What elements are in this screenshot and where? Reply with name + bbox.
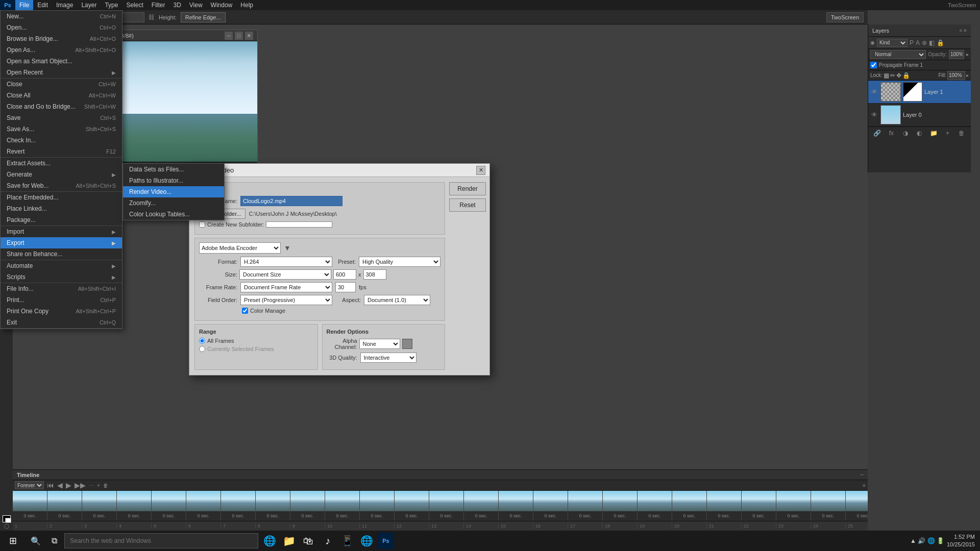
layer-item-0[interactable]: 👁 Layer 0	[868, 104, 971, 127]
link-layers-button[interactable]: 🔗	[872, 128, 883, 138]
menu-type[interactable]: Type	[101, 0, 122, 10]
taskbar-chrome-icon[interactable]: 🌐	[358, 533, 375, 549]
format-select[interactable]: H.264	[240, 257, 332, 267]
frame-rate-select[interactable]: Document Frame Rate	[240, 282, 332, 292]
taskbar-store-icon[interactable]: 🛍	[300, 533, 316, 549]
menu-save-as[interactable]: Save As... Shift+Ctrl+S	[1, 123, 122, 135]
selected-frames-radio[interactable]	[199, 346, 205, 352]
menu-place-embedded[interactable]: Place Embedded...	[1, 192, 122, 203]
menu-exit[interactable]: Exit Ctrl+Q	[1, 317, 122, 328]
taskbar-ie-icon[interactable]: 🌐	[261, 533, 278, 549]
menu-image[interactable]: Image	[52, 0, 77, 10]
layer-item-1[interactable]: 👁 Layer 1	[868, 81, 971, 104]
workspace-button[interactable]: TwoScreen	[826, 12, 864, 22]
menu-open-as[interactable]: Open As... Alt+Shift+Ctrl+O	[1, 44, 122, 56]
timeline-frame-3[interactable]: 0 sec.	[82, 491, 117, 520]
menu-open-recent[interactable]: Open Recent ▶	[1, 67, 122, 78]
timeline-frame-8[interactable]: 0 sec.	[256, 491, 290, 520]
menu-close[interactable]: Close Ctrl+W	[1, 79, 122, 90]
menu-layer[interactable]: Layer	[77, 0, 101, 10]
color-manage-checkbox[interactable]	[242, 308, 248, 314]
foreground-color[interactable]	[3, 515, 11, 522]
timeline-frame-18[interactable]: 0 sec.	[603, 491, 638, 520]
timeline-frame-15[interactable]: 0 sec.	[499, 491, 533, 520]
opacity-input[interactable]	[949, 50, 964, 59]
group-button[interactable]: 📁	[928, 128, 939, 138]
alpha-channel-select[interactable]: None	[359, 339, 400, 349]
adjustment-button[interactable]: ◐	[914, 128, 924, 138]
timeline-frame-13[interactable]: 0 sec.	[429, 491, 464, 520]
menu-window[interactable]: Window	[207, 0, 237, 10]
layer-visibility-0[interactable]: 👁	[870, 111, 878, 119]
menu-open[interactable]: Open... Ctrl+O	[1, 22, 122, 33]
menu-close-bridge[interactable]: Close and Go to Bridge... Shift+Ctrl+W	[1, 101, 122, 112]
fps-input[interactable]	[335, 282, 356, 292]
width-value-input[interactable]	[333, 269, 356, 280]
background-color[interactable]	[5, 518, 11, 523]
frame-first-button[interactable]: ⏮	[47, 481, 54, 489]
create-subfolder-checkbox[interactable]	[199, 221, 205, 228]
all-frames-radio[interactable]	[199, 338, 205, 344]
height-value-input[interactable]	[363, 269, 386, 280]
layer-mask-button[interactable]: ◑	[900, 128, 911, 138]
encoder-select[interactable]: Adobe Media Encoder	[199, 242, 281, 254]
timeline-frame-16[interactable]: 0 sec.	[533, 491, 568, 520]
taskbar-explorer-icon[interactable]: 📁	[281, 533, 297, 549]
menu-extract-assets[interactable]: Extract Assets...	[1, 158, 122, 169]
filter-effect-icon[interactable]: ⊕	[922, 39, 927, 46]
render-button[interactable]: Render	[449, 182, 486, 195]
render-video-dialog[interactable]: Render Video ✕ Location Name: Select Fol…	[189, 163, 490, 375]
timeline-frame-25[interactable]: 0 sec.	[846, 491, 868, 520]
menu-close-all[interactable]: Close All Alt+Ctrl+W	[1, 90, 122, 101]
new-frame-button[interactable]: +	[97, 483, 100, 488]
taskbar-search-icon[interactable]: 🔍	[28, 533, 44, 549]
timeline-collapse-button[interactable]: ─	[860, 472, 864, 478]
propagate-checkbox[interactable]	[870, 62, 877, 68]
taskbar-task-view[interactable]: ⧉	[46, 533, 62, 549]
quality-3d-select[interactable]: Interactive	[360, 353, 416, 363]
delete-frame-button[interactable]: 🗑	[103, 483, 108, 488]
dialog-close-button[interactable]: ✕	[476, 166, 485, 175]
timeline-frame-1[interactable]: 0 sec.	[13, 491, 47, 520]
filter-type-select[interactable]: Kind	[877, 39, 908, 47]
width-input[interactable]	[119, 12, 144, 22]
menu-revert[interactable]: Revert F12	[1, 146, 122, 157]
lock-position-icon[interactable]: ✥	[896, 72, 901, 79]
start-button[interactable]: ⊞	[0, 531, 26, 551]
timeline-frame-20[interactable]: 0 sec.	[672, 491, 707, 520]
menu-print[interactable]: Print... Ctrl+P	[1, 294, 122, 306]
timeline-frame-7[interactable]: 0 sec.	[221, 491, 256, 520]
timeline-menu-button[interactable]: ≡	[863, 483, 866, 488]
lock-image-icon[interactable]: ✏	[890, 72, 895, 79]
menu-help[interactable]: Help	[236, 0, 257, 10]
doc-close-button[interactable]: ✕	[245, 32, 253, 40]
submenu-zoomify[interactable]: Zoomify...	[123, 197, 224, 209]
play-button-timeline[interactable]: ▶	[66, 481, 71, 489]
name-input[interactable]	[240, 196, 342, 206]
timeline-frame-4[interactable]: 0 sec.	[117, 491, 152, 520]
menu-package[interactable]: Package...	[1, 214, 122, 226]
timeline-frame-22[interactable]: 0 sec.	[742, 491, 776, 520]
filter-p-icon[interactable]: P	[910, 39, 914, 46]
menu-filter[interactable]: Filter	[148, 0, 169, 10]
doc-minimize-button[interactable]: ─	[225, 32, 233, 40]
opacity-arrow[interactable]: ▸	[966, 52, 969, 57]
timeline-frame-10[interactable]: 0 sec.	[325, 491, 360, 520]
aspect-select[interactable]: Document (1.0)	[364, 295, 430, 305]
timeline-frame-21[interactable]: 0 sec.	[707, 491, 742, 520]
timeline-frame-11[interactable]: 0 sec.	[360, 491, 395, 520]
menu-save-web[interactable]: Save for Web... Alt+Shift+Ctrl+S	[1, 180, 122, 191]
submenu-render-video[interactable]: Render Video...	[123, 186, 224, 197]
frame-next-button[interactable]: ▶▶	[75, 481, 86, 489]
timeline-frame-17[interactable]: 0 sec.	[568, 491, 603, 520]
quick-mask-btn[interactable]: ◯	[3, 523, 11, 529]
fill-arrow[interactable]: ▸	[966, 72, 969, 78]
subfolder-input[interactable]	[266, 221, 332, 228]
timeline-frame-2[interactable]: 0 sec.	[47, 491, 82, 520]
timeline-frame-19[interactable]: 0 sec.	[638, 491, 672, 520]
menu-check-in[interactable]: Check In...	[1, 135, 122, 146]
preset-select[interactable]: High Quality	[359, 257, 440, 267]
timeline-loop-select[interactable]: Forever	[15, 481, 44, 489]
refine-edge-button[interactable]: Refine Edge...	[181, 12, 226, 22]
menu-save[interactable]: Save Ctrl+S	[1, 112, 122, 123]
